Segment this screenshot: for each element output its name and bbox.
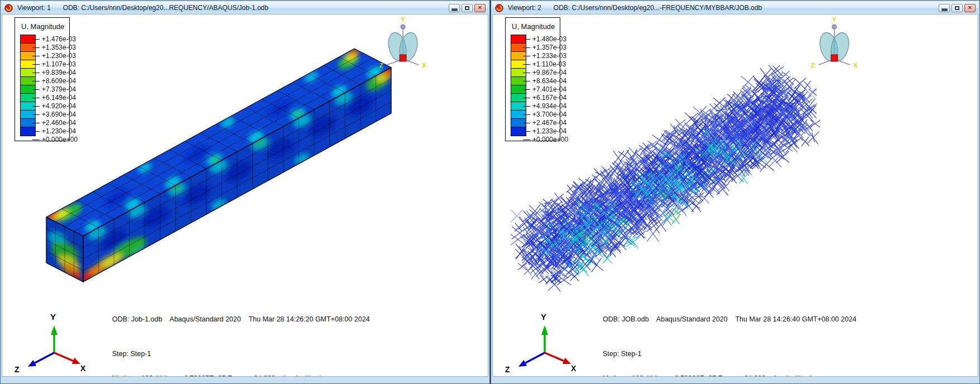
compass-origin-cube: [831, 55, 838, 61]
triad-y-label: Y: [50, 312, 56, 321]
legend-label: +9.867e-04: [523, 69, 566, 77]
legend-label: +3.700e-04: [523, 111, 566, 119]
view-orientation-compass: Y Z X: [377, 16, 429, 74]
restore-button[interactable]: [952, 4, 963, 12]
legend-label: +7.401e-04: [523, 85, 566, 94]
compass-y-label: Y: [832, 16, 837, 23]
compass-y-label: Y: [401, 16, 405, 23]
restore-button[interactable]: [462, 4, 473, 12]
state-block: Step: Step-1 Mode 100: Value = 2.79885E+…: [112, 334, 322, 377]
legend-label: +1.230e-04: [32, 127, 76, 136]
triad-x-label: X: [571, 364, 577, 373]
contour-legend: U, Magnitude +1.476e-03+1.353e-03+1.230e…: [15, 17, 70, 141]
step-line: Step: Step-1: [112, 350, 322, 358]
legend-label: +0.000e+00: [523, 136, 568, 144]
view-orientation-compass: Y Z X: [809, 16, 860, 74]
viewport-1-title: Viewport: 1: [17, 4, 51, 12]
legend-label: +1.233e-04: [523, 127, 566, 136]
close-button[interactable]: ✕: [964, 4, 976, 12]
viewport-2-canvas-area[interactable]: U, Magnitude +1.480e-03+1.357e-03+1.233e…: [492, 14, 978, 377]
legend-label: +1.480e-03: [523, 35, 566, 44]
legend-label: +1.353e-03: [32, 44, 76, 52]
state-block: Step: Step-1 Mode 100: Value = 2.79886E+…: [603, 334, 813, 377]
legend-label: +7.379e-04: [32, 85, 76, 94]
viewport-2-title: Viewport: 2: [508, 4, 541, 12]
compass-origin-cube: [400, 55, 406, 61]
legend-label: +0.000e+00: [32, 136, 78, 144]
legend-title: U, Magnitude: [512, 22, 555, 31]
odb-info-line: ODB: Job-1.odb Abaqus/Standard 2020 Thu …: [112, 315, 370, 323]
legend-label: +4.934e-04: [523, 102, 566, 111]
minimize-button[interactable]: [939, 4, 950, 12]
step-line: Step: Step-1: [603, 350, 813, 358]
legend-label: +6.167e-04: [523, 94, 566, 102]
legend-label: +2.460e-04: [32, 119, 76, 127]
compass-z-label: Z: [811, 62, 815, 69]
viewport-1-titlebar[interactable]: Viewport: 1 ODB: C:/Users/nnn/Desktop/eg…: [2, 2, 488, 14]
legend-label: +1.476e-03: [32, 35, 76, 44]
legend-label: +6.149e-04: [32, 94, 76, 102]
legend-label: +9.839e-04: [32, 69, 76, 77]
compass-z-label: Z: [379, 62, 383, 69]
triad-z-label: Z: [15, 365, 20, 374]
viewport-1-window: Viewport: 1 ODB: C:/Users/nnn/Desktop/eg…: [0, 0, 490, 384]
legend-label: +1.230e-03: [32, 52, 76, 60]
mode-line: Mode 100: Value = 2.79885E+05 Freq = 84.…: [112, 375, 322, 377]
minimize-button[interactable]: [449, 4, 460, 12]
viewport-1-canvas-area[interactable]: U, Magnitude +1.476e-03+1.353e-03+1.230e…: [2, 14, 488, 377]
triad-y-label: Y: [541, 312, 546, 321]
odb-info-line: ODB: JOB.odb Abaqus/Standard 2020 Thu Ma…: [603, 315, 857, 323]
compass-x-label: X: [853, 62, 858, 69]
viewport-2-window: Viewport: 2 ODB: C:/Users/nnn/Desktop/eg…: [491, 0, 980, 384]
viewport-2-odb-path: ODB: C:/Users/nnn/Desktop/eg20...-FREQUE…: [554, 4, 762, 12]
legend-label: +8.634e-04: [523, 77, 566, 85]
abaqus-viewport-icon: [4, 4, 13, 12]
legend-label: +3.690e-04: [32, 111, 76, 119]
viewport-2-titlebar[interactable]: Viewport: 2 ODB: C:/Users/nnn/Desktop/eg…: [492, 2, 978, 14]
legend-title: U, Magnitude: [21, 22, 64, 31]
legend-label: +1.357e-03: [523, 44, 566, 52]
axis-triad: Y Z X: [12, 311, 88, 375]
triad-z-label: Z: [505, 365, 510, 374]
mode-line: Mode 100: Value = 2.79886E+05 Freq = 84.…: [603, 375, 813, 377]
legend-label: +4.920e-04: [32, 102, 76, 111]
close-button[interactable]: ✕: [474, 4, 486, 12]
contour-legend: U, Magnitude +1.480e-03+1.357e-03+1.233e…: [505, 17, 560, 141]
legend-label: +2.467e-04: [523, 119, 566, 127]
legend-label: +1.107e-03: [32, 60, 76, 69]
legend-label: +1.110e-03: [523, 60, 566, 69]
compass-x-label: X: [422, 62, 426, 69]
legend-label: +1.233e-03: [523, 52, 566, 60]
axis-triad: Y Z X: [503, 311, 578, 375]
legend-label: +8.609e-04: [32, 77, 76, 85]
triad-x-label: X: [80, 364, 86, 373]
viewport-1-odb-path: ODB: C:/Users/nnn/Desktop/eg20...REQUENC…: [63, 4, 268, 12]
abaqus-viewport-icon: [495, 4, 503, 12]
